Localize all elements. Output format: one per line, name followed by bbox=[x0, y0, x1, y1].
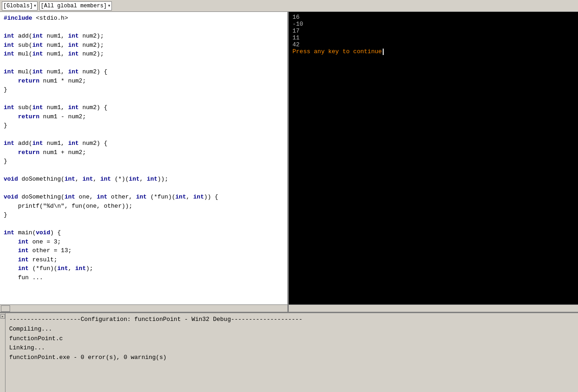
console-line: 11 bbox=[292, 34, 574, 41]
console-press-key: Press any key to continue bbox=[292, 48, 574, 55]
members-dropdown[interactable]: [All global members] ▼ bbox=[39, 1, 112, 11]
globals-select[interactable]: [Globals] bbox=[3, 3, 33, 9]
build-line: functionPoint.c bbox=[9, 334, 574, 344]
globals-dropdown[interactable]: [Globals] ▼ bbox=[2, 1, 38, 11]
code-editor[interactable]: #include <stdio.h> int add(int num1, int… bbox=[0, 12, 287, 284]
members-select[interactable]: [All global members] bbox=[41, 3, 107, 9]
build-content: --------------------Configuration: funct… bbox=[6, 313, 578, 392]
members-dropdown-arrow: ▼ bbox=[108, 4, 110, 8]
console-line: 17 bbox=[292, 28, 574, 34]
main-area: #include <stdio.h> int add(int num1, int… bbox=[0, 12, 578, 304]
build-panel: × --------------------Configuration: fun… bbox=[0, 312, 578, 392]
toolbar: [Globals] ▼ [All global members] ▼ bbox=[0, 0, 578, 12]
horizontal-scrollbar-thumb[interactable] bbox=[1, 305, 10, 312]
build-line: functionPoint.exe - 0 error(s), 0 warnin… bbox=[9, 353, 574, 363]
console-line: 42 bbox=[292, 41, 574, 48]
console-line: 16 bbox=[292, 14, 574, 21]
cursor bbox=[383, 49, 384, 55]
build-panel-close[interactable]: × bbox=[0, 314, 5, 319]
globals-dropdown-arrow: ▼ bbox=[34, 4, 36, 8]
console-panel: 16-10171142Press any key to continue bbox=[289, 12, 578, 304]
build-line: --------------------Configuration: funct… bbox=[9, 315, 574, 325]
build-line: Linking... bbox=[9, 343, 574, 353]
build-line: Compiling... bbox=[9, 325, 574, 334]
build-panel-sidebar: × bbox=[0, 313, 6, 392]
code-panel[interactable]: #include <stdio.h> int add(int num1, int… bbox=[0, 12, 289, 304]
console-line: -10 bbox=[292, 21, 574, 28]
